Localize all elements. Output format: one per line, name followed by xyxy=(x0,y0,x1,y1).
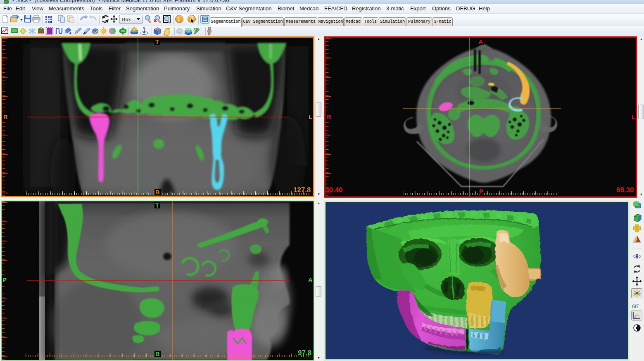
svg-text:Box: Box xyxy=(122,16,131,22)
svg-text:3D: 3D xyxy=(185,27,191,32)
svg-text:i: i xyxy=(178,16,180,23)
svg-text:66': 66' xyxy=(632,303,639,309)
